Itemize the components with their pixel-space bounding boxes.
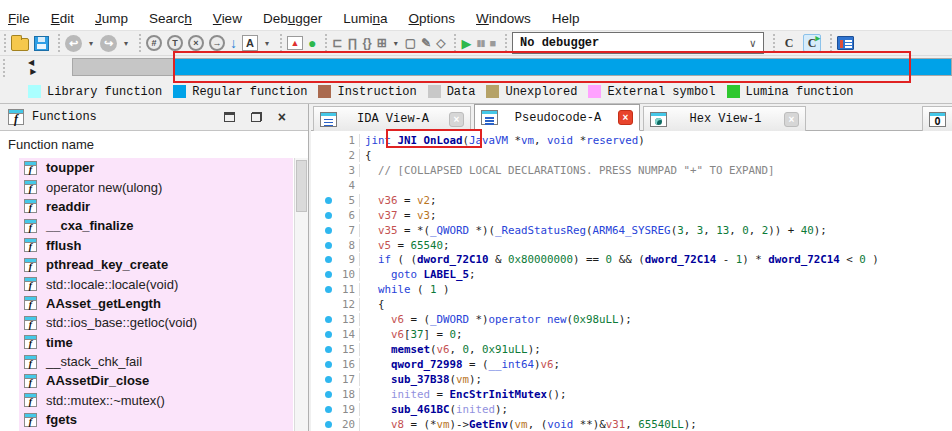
jump-forward-icon[interactable]: ↪ — [100, 35, 117, 52]
code-line-10[interactable]: 10 goto LABEL_5; — [311, 267, 952, 282]
tab-partial[interactable] — [922, 106, 952, 131]
function-row-aassetdir-close[interactable]: AAssetDir_close — [1, 371, 293, 390]
struct-caret-icon[interactable]: ▾ — [392, 39, 400, 48]
jump-address-icon[interactable]: # — [146, 35, 162, 51]
debugger-select[interactable]: No debugger ∨ — [512, 32, 764, 54]
menu-item-search[interactable]: Search — [149, 11, 192, 26]
create-struct-icon[interactable]: ⊏ — [332, 36, 342, 50]
function-row-fgets[interactable]: fgets — [1, 410, 293, 429]
code-line-4[interactable]: 4 — [311, 178, 952, 193]
code-line-9[interactable]: 9 if ( (dword_72C10 & 0x80000000) == 0 &… — [311, 253, 952, 268]
code-line-1[interactable]: 1jint JNI_OnLoad(JavaVM *vm, void *reser… — [311, 133, 952, 148]
chevron-down-icon[interactable]: ∨ — [749, 37, 756, 50]
code-line-18[interactable]: 18 inited = EncStrInitMutex(); — [311, 387, 952, 402]
code-line-17[interactable]: 17 sub_37B38(vm); — [311, 372, 952, 387]
tab-close-icon[interactable]: × — [618, 110, 633, 125]
function-row-aasset-getlength[interactable]: AAsset_getLength — [1, 294, 293, 313]
function-row-std-ios-base-getloc-void[interactable]: std::ios_base::getloc(void) — [1, 313, 293, 332]
function-row-pthread-key-create[interactable]: pthread_key_create — [1, 255, 293, 274]
function-row-toupper[interactable]: toupper — [1, 158, 293, 177]
tab-ida-view-a[interactable]: IDA View-A× — [313, 106, 471, 131]
select-region-icon[interactable]: ▢ — [405, 36, 416, 50]
functions-scrollbar[interactable] — [294, 158, 308, 431]
code-line-6[interactable]: 6 v37 = v3; — [311, 208, 952, 223]
pseudocode-view[interactable]: 1jint JNI_OnLoad(JavaVM *vm, void *reser… — [311, 131, 952, 431]
output-panel-toggle-icon[interactable] — [837, 36, 854, 50]
diamond-icon[interactable]: ◇ — [436, 36, 445, 50]
menu-item-file[interactable]: File — [8, 11, 30, 26]
tab-pseudocode-a[interactable]: Pseudocode-A× — [474, 104, 640, 131]
jump-name-icon[interactable]: T — [167, 35, 183, 51]
save-icon[interactable] — [34, 36, 49, 51]
code-line-19[interactable]: 19 sub_461BC(inited); — [311, 402, 952, 417]
code-text: v36 = v2; — [359, 194, 437, 207]
stop-process-icon[interactable]: ■ — [489, 37, 496, 49]
menu-item-jump[interactable]: Jump — [95, 11, 128, 26]
jump-entry-icon[interactable]: → — [209, 35, 225, 51]
maximize-icon[interactable] — [224, 112, 235, 122]
ascii-string-icon[interactable]: A — [242, 35, 258, 51]
ascii-caret-icon[interactable]: ▾ — [263, 39, 271, 48]
menu-item-options[interactable]: Options — [409, 11, 456, 26]
edit-icon[interactable]: ✎ — [421, 36, 431, 50]
menu-item-view[interactable]: View — [213, 11, 242, 26]
menu-item-windows[interactable]: Windows — [476, 11, 531, 26]
f-icon — [24, 413, 37, 427]
code-line-13[interactable]: 13 v6 = (_DWORD *)operator new(0x98uLL); — [311, 312, 952, 327]
line-number: 3 — [335, 164, 355, 177]
navigation-band[interactable] — [72, 58, 952, 76]
menu-item-debugger[interactable]: Debugger — [263, 11, 322, 26]
tab-close-icon[interactable]: × — [784, 112, 799, 127]
code-line-16[interactable]: 16 qword_72998 = (__int64)v6; — [311, 357, 952, 372]
function-name-column-header[interactable]: Function name — [0, 131, 308, 157]
code-line-15[interactable]: 15 memset(v6, 0, 0x91uLL); — [311, 342, 952, 357]
code-line-20[interactable]: 20 v8 = (*vm)->GetEnv(vm, (void **)&v31,… — [311, 417, 952, 431]
function-row-std-mutex-mutex[interactable]: std::mutex::~mutex() — [1, 391, 293, 410]
tab-hex-view-1[interactable]: Hex View-1× — [643, 106, 806, 131]
function-row-std-locale-locale-void[interactable]: std::locale::locale(void) — [1, 274, 293, 293]
code-line-2[interactable]: 2{ — [311, 148, 952, 163]
toolbar-drag-handle[interactable] — [3, 59, 5, 77]
struct-union-icon[interactable]: ∏ — [348, 36, 358, 50]
continue-process-icon[interactable]: C — [803, 34, 821, 52]
navband-code-segment[interactable] — [175, 59, 951, 75]
jump-down-icon[interactable]: ↓ — [230, 35, 237, 51]
jump-problem-icon[interactable]: × — [188, 35, 204, 51]
code-line-7[interactable]: 7 v35 = *(_QWORD *)(_ReadStatusReg(ARM64… — [311, 223, 952, 238]
jump-back-caret-icon[interactable]: ▾ — [87, 39, 95, 48]
lumina-sync-icon[interactable]: ● — [308, 35, 316, 51]
function-row-readdir[interactable]: readdir — [1, 197, 293, 216]
restore-icon[interactable] — [251, 112, 262, 122]
code-line-3[interactable]: 3 // [COLLAPSED LOCAL DECLARATIONS. PRES… — [311, 163, 952, 178]
code-line-12[interactable]: 12 { — [311, 297, 952, 312]
menu-item-help[interactable]: Help — [552, 11, 580, 26]
pause-process-icon[interactable]: ▮▮ — [476, 38, 484, 48]
close-icon[interactable]: × — [278, 112, 286, 122]
function-row-operator-new-ulong[interactable]: operator new(ulong) — [1, 177, 293, 196]
code-line-11[interactable]: 11 while ( 1 ) — [311, 282, 952, 297]
navband-library-segment[interactable] — [73, 59, 175, 75]
struct-add-icon[interactable]: ⊞ — [377, 36, 387, 50]
function-row-cxa-finalize[interactable]: __cxa_finalize — [1, 216, 293, 235]
line-marker-dot-icon — [325, 271, 332, 278]
open-file-icon[interactable] — [11, 38, 29, 51]
function-row-bg: std::ios_base::getloc(void) — [19, 313, 293, 332]
code-line-14[interactable]: 14 v6[37] = 0; — [311, 327, 952, 342]
tab-close-icon[interactable]: × — [449, 112, 464, 127]
function-row-fflush[interactable]: fflush — [1, 236, 293, 255]
start-process-icon[interactable]: ▶ — [461, 36, 471, 51]
struct-braces-icon[interactable]: {} — [362, 36, 371, 50]
breakpoint-window-icon[interactable]: ▲ — [287, 36, 303, 50]
menu-item-lumina[interactable]: Lumina — [343, 11, 387, 26]
navband-arrows[interactable]: ◀ ▶ — [28, 58, 50, 78]
code-line-8[interactable]: 8 v5 = 65540; — [311, 238, 952, 253]
function-row-stack-chk-fail[interactable]: __stack_chk_fail — [1, 352, 293, 371]
jump-forward-caret-icon[interactable]: ▾ — [122, 39, 130, 48]
scrollbar-thumb[interactable] — [296, 160, 307, 212]
code-line-5[interactable]: 5 v36 = v2; — [311, 193, 952, 208]
jump-back-icon[interactable]: ↩ — [65, 35, 82, 52]
function-row-time[interactable]: time — [1, 333, 293, 352]
menu-item-edit[interactable]: Edit — [51, 11, 74, 26]
legend-swatch-icon — [428, 85, 441, 98]
run-to-cursor-icon[interactable]: C — [780, 34, 798, 52]
